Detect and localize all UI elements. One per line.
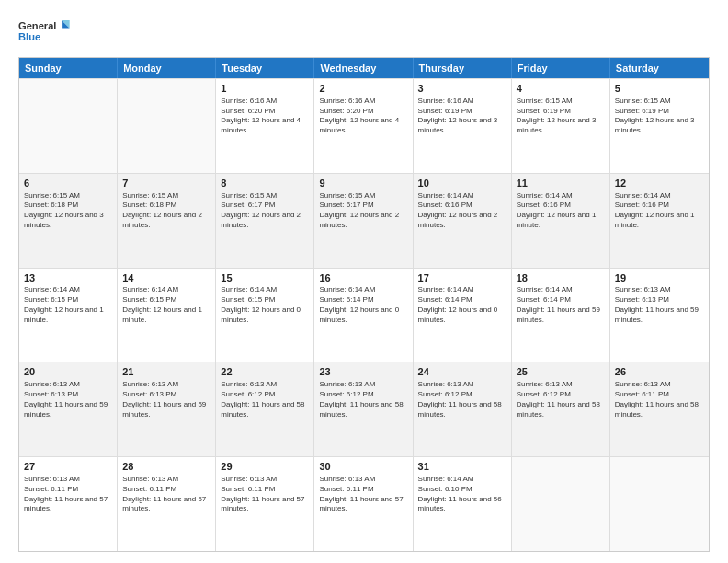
day-cell-4: 4Sunrise: 6:15 AM Sunset: 6:19 PM Daylig… bbox=[512, 79, 610, 173]
day-cell-3: 3Sunrise: 6:16 AM Sunset: 6:19 PM Daylig… bbox=[414, 79, 512, 173]
day-info: Sunrise: 6:14 AM Sunset: 6:15 PM Dayligh… bbox=[24, 285, 112, 325]
day-info: Sunrise: 6:14 AM Sunset: 6:16 PM Dayligh… bbox=[418, 191, 506, 231]
svg-text:Blue: Blue bbox=[18, 31, 40, 42]
day-cell-21: 21Sunrise: 6:13 AM Sunset: 6:13 PM Dayli… bbox=[118, 362, 216, 456]
day-info: Sunrise: 6:14 AM Sunset: 6:15 PM Dayligh… bbox=[221, 285, 309, 325]
empty-cell bbox=[118, 79, 216, 173]
day-cell-12: 12Sunrise: 6:14 AM Sunset: 6:16 PM Dayli… bbox=[610, 174, 709, 268]
day-number: 11 bbox=[517, 177, 605, 190]
day-number: 13 bbox=[24, 271, 112, 285]
header-day-tuesday: Tuesday bbox=[216, 58, 314, 78]
empty-cell bbox=[512, 457, 610, 551]
day-number: 27 bbox=[24, 460, 112, 474]
day-info: Sunrise: 6:14 AM Sunset: 6:10 PM Dayligh… bbox=[418, 475, 506, 514]
day-info: Sunrise: 6:16 AM Sunset: 6:20 PM Dayligh… bbox=[221, 97, 309, 136]
day-number: 5 bbox=[615, 82, 704, 96]
day-cell-25: 25Sunrise: 6:13 AM Sunset: 6:12 PM Dayli… bbox=[512, 362, 610, 456]
day-info: Sunrise: 6:14 AM Sunset: 6:14 PM Dayligh… bbox=[517, 285, 605, 325]
day-cell-6: 6Sunrise: 6:15 AM Sunset: 6:18 PM Daylig… bbox=[19, 174, 118, 268]
calendar-week-3: 13Sunrise: 6:14 AM Sunset: 6:15 PM Dayli… bbox=[19, 268, 709, 362]
day-info: Sunrise: 6:15 AM Sunset: 6:18 PM Dayligh… bbox=[24, 191, 112, 231]
day-cell-7: 7Sunrise: 6:15 AM Sunset: 6:18 PM Daylig… bbox=[118, 174, 216, 268]
day-number: 15 bbox=[221, 271, 309, 285]
day-number: 31 bbox=[418, 460, 506, 474]
day-number: 23 bbox=[319, 365, 407, 379]
day-cell-2: 2Sunrise: 6:16 AM Sunset: 6:20 PM Daylig… bbox=[314, 79, 413, 173]
day-info: Sunrise: 6:14 AM Sunset: 6:16 PM Dayligh… bbox=[517, 191, 605, 231]
day-cell-27: 27Sunrise: 6:13 AM Sunset: 6:11 PM Dayli… bbox=[19, 457, 118, 551]
day-cell-15: 15Sunrise: 6:14 AM Sunset: 6:15 PM Dayli… bbox=[216, 269, 314, 362]
day-number: 10 bbox=[418, 177, 506, 190]
empty-cell bbox=[19, 79, 118, 173]
day-cell-10: 10Sunrise: 6:14 AM Sunset: 6:16 PM Dayli… bbox=[414, 174, 512, 268]
header-day-thursday: Thursday bbox=[414, 58, 512, 78]
day-info: Sunrise: 6:15 AM Sunset: 6:17 PM Dayligh… bbox=[221, 191, 309, 231]
day-number: 3 bbox=[418, 82, 506, 96]
day-cell-29: 29Sunrise: 6:13 AM Sunset: 6:11 PM Dayli… bbox=[216, 457, 314, 551]
day-cell-1: 1Sunrise: 6:16 AM Sunset: 6:20 PM Daylig… bbox=[216, 79, 314, 173]
day-info: Sunrise: 6:13 AM Sunset: 6:11 PM Dayligh… bbox=[319, 475, 407, 514]
day-number: 22 bbox=[221, 365, 309, 379]
day-number: 9 bbox=[319, 177, 407, 190]
day-cell-19: 19Sunrise: 6:13 AM Sunset: 6:13 PM Dayli… bbox=[610, 269, 709, 362]
empty-cell bbox=[610, 457, 709, 551]
calendar-week-4: 20Sunrise: 6:13 AM Sunset: 6:13 PM Dayli… bbox=[19, 362, 709, 456]
day-cell-24: 24Sunrise: 6:13 AM Sunset: 6:12 PM Dayli… bbox=[414, 362, 512, 456]
day-number: 16 bbox=[319, 271, 407, 285]
svg-text:General: General bbox=[18, 20, 56, 31]
day-info: Sunrise: 6:13 AM Sunset: 6:12 PM Dayligh… bbox=[319, 380, 407, 419]
calendar: SundayMondayTuesdayWednesdayThursdayFrid… bbox=[18, 57, 710, 552]
day-info: Sunrise: 6:15 AM Sunset: 6:19 PM Dayligh… bbox=[615, 97, 704, 136]
day-number: 18 bbox=[517, 271, 605, 285]
day-info: Sunrise: 6:13 AM Sunset: 6:13 PM Dayligh… bbox=[24, 380, 112, 419]
day-cell-31: 31Sunrise: 6:14 AM Sunset: 6:10 PM Dayli… bbox=[414, 457, 512, 551]
day-cell-22: 22Sunrise: 6:13 AM Sunset: 6:12 PM Dayli… bbox=[216, 362, 314, 456]
header-day-sunday: Sunday bbox=[19, 58, 118, 78]
day-cell-17: 17Sunrise: 6:14 AM Sunset: 6:14 PM Dayli… bbox=[414, 269, 512, 362]
day-number: 7 bbox=[122, 177, 210, 190]
day-info: Sunrise: 6:13 AM Sunset: 6:11 PM Dayligh… bbox=[122, 475, 210, 514]
day-info: Sunrise: 6:13 AM Sunset: 6:12 PM Dayligh… bbox=[221, 380, 309, 419]
header-day-saturday: Saturday bbox=[610, 58, 709, 78]
header-day-friday: Friday bbox=[512, 58, 610, 78]
day-number: 6 bbox=[24, 177, 112, 190]
day-info: Sunrise: 6:13 AM Sunset: 6:11 PM Dayligh… bbox=[221, 475, 309, 514]
day-number: 4 bbox=[517, 82, 605, 96]
day-cell-14: 14Sunrise: 6:14 AM Sunset: 6:15 PM Dayli… bbox=[118, 269, 216, 362]
day-cell-23: 23Sunrise: 6:13 AM Sunset: 6:12 PM Dayli… bbox=[314, 362, 413, 456]
day-cell-18: 18Sunrise: 6:14 AM Sunset: 6:14 PM Dayli… bbox=[512, 269, 610, 362]
day-info: Sunrise: 6:13 AM Sunset: 6:13 PM Dayligh… bbox=[122, 380, 210, 419]
day-cell-30: 30Sunrise: 6:13 AM Sunset: 6:11 PM Dayli… bbox=[314, 457, 413, 551]
day-info: Sunrise: 6:14 AM Sunset: 6:16 PM Dayligh… bbox=[615, 191, 704, 231]
calendar-week-2: 6Sunrise: 6:15 AM Sunset: 6:18 PM Daylig… bbox=[19, 173, 709, 268]
day-cell-16: 16Sunrise: 6:14 AM Sunset: 6:14 PM Dayli… bbox=[314, 269, 413, 362]
logo-svg: GeneralBlue bbox=[18, 15, 74, 48]
day-number: 21 bbox=[122, 365, 210, 379]
day-number: 28 bbox=[122, 460, 210, 474]
day-info: Sunrise: 6:16 AM Sunset: 6:20 PM Dayligh… bbox=[319, 97, 407, 136]
day-info: Sunrise: 6:13 AM Sunset: 6:12 PM Dayligh… bbox=[418, 380, 506, 419]
day-cell-11: 11Sunrise: 6:14 AM Sunset: 6:16 PM Dayli… bbox=[512, 174, 610, 268]
header-day-monday: Monday bbox=[118, 58, 216, 78]
calendar-body: 1Sunrise: 6:16 AM Sunset: 6:20 PM Daylig… bbox=[19, 78, 709, 551]
day-number: 12 bbox=[615, 177, 704, 190]
day-info: Sunrise: 6:13 AM Sunset: 6:11 PM Dayligh… bbox=[24, 475, 112, 514]
page-header: GeneralBlue bbox=[18, 15, 710, 48]
day-number: 25 bbox=[517, 365, 605, 379]
day-cell-13: 13Sunrise: 6:14 AM Sunset: 6:15 PM Dayli… bbox=[19, 269, 118, 362]
day-number: 26 bbox=[615, 365, 704, 379]
day-info: Sunrise: 6:15 AM Sunset: 6:19 PM Dayligh… bbox=[517, 97, 605, 136]
day-number: 8 bbox=[221, 177, 309, 190]
day-number: 1 bbox=[221, 82, 309, 96]
logo: GeneralBlue bbox=[18, 15, 74, 48]
day-cell-20: 20Sunrise: 6:13 AM Sunset: 6:13 PM Dayli… bbox=[19, 362, 118, 456]
header-day-wednesday: Wednesday bbox=[314, 58, 413, 78]
day-cell-9: 9Sunrise: 6:15 AM Sunset: 6:17 PM Daylig… bbox=[314, 174, 413, 268]
day-info: Sunrise: 6:14 AM Sunset: 6:15 PM Dayligh… bbox=[122, 285, 210, 325]
day-info: Sunrise: 6:16 AM Sunset: 6:19 PM Dayligh… bbox=[418, 97, 506, 136]
day-cell-8: 8Sunrise: 6:15 AM Sunset: 6:17 PM Daylig… bbox=[216, 174, 314, 268]
day-cell-28: 28Sunrise: 6:13 AM Sunset: 6:11 PM Dayli… bbox=[118, 457, 216, 551]
calendar-header: SundayMondayTuesdayWednesdayThursdayFrid… bbox=[19, 58, 709, 78]
day-info: Sunrise: 6:13 AM Sunset: 6:12 PM Dayligh… bbox=[517, 380, 605, 419]
day-info: Sunrise: 6:14 AM Sunset: 6:14 PM Dayligh… bbox=[418, 285, 506, 325]
